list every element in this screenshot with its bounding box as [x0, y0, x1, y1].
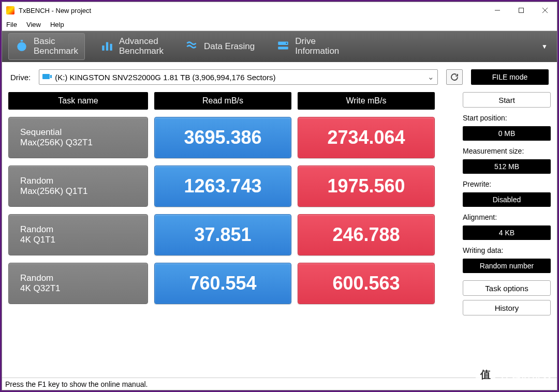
task-cell[interactable]: Random4K Q32T1	[8, 263, 148, 304]
result-row: Random4K Q32T1 760.554 600.563	[8, 263, 457, 304]
status-text: Press the F1 key to show the online manu…	[5, 380, 148, 388]
start-position-value[interactable]: 0 MB	[463, 126, 551, 141]
tab-advanced-benchmark[interactable]: AdvancedBenchmark	[94, 34, 170, 59]
drive-selected-text: (K:) KINGSTON SNV2S2000G 1.81 TB (3,906,…	[55, 73, 275, 82]
svg-rect-5	[21, 40, 23, 41]
write-value[interactable]: 246.788	[298, 214, 435, 255]
writing-data-label: Writing data:	[463, 246, 551, 254]
header-write: Write mB/s	[298, 92, 435, 110]
drive-select[interactable]: (K:) KINGSTON SNV2S2000G 1.81 TB (3,906,…	[39, 69, 438, 85]
menu-file[interactable]: File	[6, 21, 17, 28]
result-row: SequentialMax(256K) Q32T1 3695.386 2734.…	[8, 117, 457, 158]
bars-icon	[100, 39, 114, 55]
alignment-label: Alignment:	[463, 213, 551, 221]
window-title: TxBENCH - New project	[19, 7, 486, 14]
minimize-button[interactable]	[486, 2, 509, 19]
content-area: Drive: (K:) KINGSTON SNV2S2000G 1.81 TB …	[2, 62, 557, 378]
result-row: Random4K Q1T1 37.851 246.788	[8, 214, 457, 255]
svg-rect-8	[110, 43, 112, 50]
read-value[interactable]: 1263.743	[154, 165, 291, 207]
write-value[interactable]: 2734.064	[298, 117, 435, 158]
measurement-size-label: Measurement size:	[463, 147, 551, 155]
chevron-down-icon: ⌄	[428, 72, 434, 82]
tab-basic-benchmark[interactable]: BasicBenchmark	[8, 33, 85, 59]
close-button[interactable]	[533, 2, 557, 19]
titlebar: TxBENCH - New project	[2, 2, 557, 19]
statusbar: Press the F1 key to show the online manu…	[2, 378, 557, 390]
menu-help[interactable]: Help	[50, 21, 64, 28]
header-read: Read mB/s	[154, 92, 291, 110]
start-button[interactable]: Start	[463, 92, 551, 108]
drive-icon	[276, 39, 290, 55]
window-controls	[486, 2, 557, 19]
menubar: File View Help	[2, 19, 557, 31]
tab-data-erasing[interactable]: Data Erasing	[179, 36, 261, 58]
file-mode-button[interactable]: FILE mode	[471, 69, 549, 85]
tab-dropdown[interactable]: ▼	[538, 40, 551, 53]
prewrite-label: Prewrite:	[463, 180, 551, 188]
read-value[interactable]: 37.851	[154, 214, 291, 255]
drive-label: Drive:	[10, 73, 31, 82]
task-cell[interactable]: RandomMax(256K) Q1T1	[8, 165, 148, 207]
prewrite-value[interactable]: Disabled	[463, 192, 551, 207]
stopwatch-icon	[15, 39, 28, 55]
svg-rect-12	[42, 74, 50, 79]
menu-view[interactable]: View	[26, 21, 41, 28]
app-window: TxBENCH - New project File View Help Bas…	[2, 2, 557, 390]
history-button[interactable]: History	[463, 300, 551, 315]
results-header: Task name Read mB/s Write mB/s	[8, 92, 457, 110]
tab-drive-information[interactable]: DriveInformation	[270, 34, 345, 59]
start-position-label: Start position:	[463, 114, 551, 122]
writing-data-value[interactable]: Random number	[463, 259, 551, 273]
read-value[interactable]: 3695.386	[154, 117, 291, 158]
refresh-button[interactable]	[446, 69, 463, 85]
svg-point-11	[286, 42, 287, 43]
tabbar: BasicBenchmark AdvancedBenchmark Data Er…	[2, 31, 557, 62]
app-icon	[6, 6, 14, 14]
svg-rect-6	[102, 46, 104, 51]
maximize-button[interactable]	[509, 2, 533, 19]
measurement-size-value[interactable]: 512 MB	[463, 159, 551, 174]
svg-point-4	[17, 42, 26, 51]
svg-rect-13	[50, 75, 52, 78]
svg-rect-1	[519, 8, 524, 13]
svg-rect-10	[278, 47, 289, 49]
results-table: Task name Read mB/s Write mB/s Sequentia…	[8, 92, 457, 378]
write-value[interactable]: 600.563	[298, 263, 435, 304]
svg-rect-7	[106, 42, 108, 50]
header-taskname: Task name	[8, 92, 148, 110]
task-cell[interactable]: Random4K Q1T1	[8, 214, 148, 255]
erase-icon	[185, 39, 199, 55]
write-value[interactable]: 1975.560	[298, 165, 435, 207]
drive-row: Drive: (K:) KINGSTON SNV2S2000G 1.81 TB …	[2, 62, 557, 92]
alignment-value[interactable]: 4 KB	[463, 225, 551, 240]
result-row: RandomMax(256K) Q1T1 1263.743 1975.560	[8, 165, 457, 207]
main-area: Task name Read mB/s Write mB/s Sequentia…	[2, 92, 557, 378]
task-cell[interactable]: SequentialMax(256K) Q32T1	[8, 117, 148, 158]
read-value[interactable]: 760.554	[154, 263, 291, 304]
sidebar: Start Start position: 0 MB Measurement s…	[463, 92, 551, 378]
disk-icon	[42, 73, 52, 82]
task-options-button[interactable]: Task options	[463, 280, 551, 296]
